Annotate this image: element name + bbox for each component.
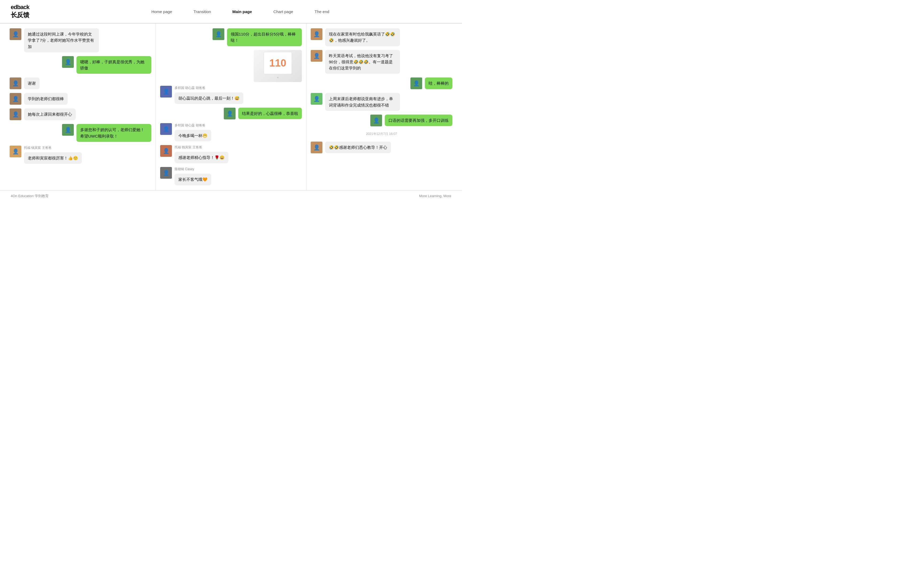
message-bubble: 学到的老师们都很棒 <box>24 93 68 105</box>
message-bubble: 今晚多喝一杯😁 <box>174 130 211 141</box>
avatar: 👤 <box>311 93 322 105</box>
message-group: 多谢您和子妍的认可，老师们爱她！希望UWC顺利录取！ <box>76 124 151 142</box>
message-row: 哇，棒棒的👤 <box>311 77 452 89</box>
nav-links: Home pageTransitionMain pageChart pageTh… <box>29 9 451 14</box>
avatar: 👤 <box>160 167 172 179</box>
message-bubble: 🤣🤣感谢老师们悉心教导！开心 <box>325 142 391 153</box>
avatar: 👤 <box>160 145 172 157</box>
message-row: 👤她每次上课回来都很开心 <box>10 108 151 120</box>
footer: 4On Education 学到教育 More Learning, More <box>0 190 462 201</box>
message-meta: 多邻国 胡心蕊 胡爸爸 <box>174 123 211 128</box>
avatar: 👤 <box>311 28 322 40</box>
score-image: 110 × <box>254 50 302 82</box>
avatar: 👤 <box>62 124 74 136</box>
message-group: 她每次上课回来都很开心 <box>24 108 76 120</box>
message-row: 👤多邻国 胡心蕊 胡爸爸今晚多喝一杯😁 <box>160 123 302 141</box>
message-row: 口语的话需要再加强，多开口训练👤 <box>311 114 452 126</box>
message-row: 👤上周末课后老师都说亚南有进步，单词背诵和作业完成情况也都很不错 <box>311 93 452 111</box>
message-row: 👤谢谢 <box>10 77 151 89</box>
image-bubble: 110 × <box>254 50 302 82</box>
message-row: 👤学到的老师们都很棒 <box>10 93 151 105</box>
message-bubble: 结果是好的，心蕊很棒，恭喜啦 <box>238 108 302 119</box>
message-bubble: 她通过这段时间上课，今年学校的文学拿了7分，老师对她写作水平赞赏有加 <box>24 28 99 52</box>
message-row: 👤陈锴铸 Casey家长不客气哦🧡 <box>160 167 302 185</box>
message-group: 🤣🤣感谢老师们悉心教导！开心 <box>325 142 391 153</box>
message-group: 领国110分，超出目标分5分哦，棒棒哒！ <box>227 28 302 46</box>
avatar: 👤 <box>10 108 21 120</box>
avatar: 👤 <box>62 56 74 68</box>
message-group: 口语的话需要再加强，多开口训练 <box>385 114 452 126</box>
footer-left: 4On Education 学到教育 <box>11 193 48 198</box>
message-meta: 陈锴铸 Casey <box>174 167 211 171</box>
message-group: 多邻国 胡心蕊 胡爸爸胡心蕊玩的是心跳，最后一刻！😅 <box>174 86 243 104</box>
avatar: 👤 <box>410 77 422 89</box>
message-group: 结果是好的，心蕊很棒，恭喜啦 <box>238 108 302 119</box>
nav-link-main-page[interactable]: Main page <box>233 9 252 14</box>
avatar: 👤 <box>224 108 236 119</box>
message-row: 👤昨天英语考试，他说他没有复习考了90分，很得意🤣🤣🤣。有一道题是在你们这里学到… <box>311 50 452 74</box>
message-bubble: 领国110分，超出目标分5分哦，棒棒哒！ <box>227 28 302 46</box>
timestamp: 2021年12月7日 16:07 <box>311 132 452 136</box>
nav-link-home-page[interactable]: Home page <box>151 9 172 14</box>
message-bubble: 谢谢 <box>24 77 40 89</box>
nav-link-chart-page[interactable]: Chart page <box>273 9 293 14</box>
avatar: 👤 <box>311 50 322 62</box>
message-meta: 托福 钱寅宸 王爸爸 <box>174 145 228 150</box>
message-bubble: 多谢您和子妍的认可，老师们爱她！希望UWC顺利录取！ <box>76 124 151 142</box>
message-bubble: 家长不客气哦🧡 <box>174 174 211 185</box>
nav-brand: edback 长反馈 <box>11 4 29 19</box>
chat-column-2: 领国110分，超出目标分5分哦，棒棒哒！👤110 ×👤多邻国 胡心蕊 胡爸爸胡心… <box>156 24 306 190</box>
message-row-image: 110 × <box>160 50 302 82</box>
message-row: 👤托福 钱寅宸 王爸爸感谢老师精心指导！🌹😄 <box>160 145 302 163</box>
nav-link-transition[interactable]: Transition <box>194 9 211 14</box>
avatar: 👤 <box>10 93 21 105</box>
message-group: 昨天英语考试，他说他没有复习考了90分，很得意🤣🤣🤣。有一道题是在你们这里学到的 <box>325 50 400 74</box>
message-bubble: 胡心蕊玩的是心跳，最后一刻！😅 <box>174 92 243 104</box>
avatar: 👤 <box>10 146 21 157</box>
main-content: 👤她通过这段时间上课，今年学校的文学拿了7分，老师对她写作水平赞赏有加嗯嗯，好棒… <box>0 23 462 190</box>
nav-bar: edback 长反馈 Home pageTransitionMain pageC… <box>0 0 462 23</box>
avatar: 👤 <box>311 142 322 153</box>
message-row: 嗯嗯，好棒，子妍真是很优秀，为她骄傲👤 <box>10 56 151 74</box>
message-bubble: 口语的话需要再加强，多开口训练 <box>385 114 452 126</box>
avatar: 👤 <box>160 86 172 97</box>
message-row: 👤🤣🤣感谢老师们悉心教导！开心 <box>311 142 452 153</box>
message-row: 多谢您和子妍的认可，老师们爱她！希望UWC顺利录取！👤 <box>10 124 151 142</box>
message-group: 谢谢 <box>24 77 40 89</box>
message-bubble: 老师和寅宸都很厉害！👍🙂 <box>24 152 82 164</box>
message-row: 结果是好的，心蕊很棒，恭喜啦👤 <box>160 108 302 119</box>
message-group: 她通过这段时间上课，今年学校的文学拿了7分，老师对她写作水平赞赏有加 <box>24 28 99 52</box>
message-group: 多邻国 胡心蕊 胡爸爸今晚多喝一杯😁 <box>174 123 211 141</box>
message-row: 👤她通过这段时间上课，今年学校的文学拿了7分，老师对她写作水平赞赏有加 <box>10 28 151 52</box>
message-row: 👤多邻国 胡心蕊 胡爸爸胡心蕊玩的是心跳，最后一刻！😅 <box>160 86 302 104</box>
message-bubble: 感谢老师精心指导！🌹😄 <box>174 152 228 163</box>
message-bubble: 现在在家里有时也给我飙英语了🤣🤣🤣，他感兴趣就好了。 <box>325 28 400 46</box>
message-group: 陈锴铸 Casey家长不客气哦🧡 <box>174 167 211 185</box>
message-bubble: 哇，棒棒的 <box>425 77 452 89</box>
avatar: 👤 <box>213 28 224 40</box>
message-bubble: 上周末课后老师都说亚南有进步，单词背诵和作业完成情况也都很不错 <box>325 93 400 111</box>
message-group: 托福 钱寅宸 王爸爸感谢老师精心指导！🌹😄 <box>174 145 228 163</box>
chat-column-3: 👤现在在家里有时也给我飙英语了🤣🤣🤣，他感兴趣就好了。👤昨天英语考试，他说他没有… <box>306 24 457 190</box>
message-group: 上周末课后老师都说亚南有进步，单词背诵和作业完成情况也都很不错 <box>325 93 400 111</box>
message-meta: 多邻国 胡心蕊 胡爸爸 <box>174 86 243 90</box>
footer-right: More Learning, More <box>419 194 451 198</box>
avatar: 👤 <box>10 28 21 40</box>
nav-link-the-end[interactable]: The end <box>315 9 330 14</box>
message-meta: 托福 钱寅宸 王爸爸 <box>24 146 82 150</box>
message-row: 👤现在在家里有时也给我飙英语了🤣🤣🤣，他感兴趣就好了。 <box>311 28 452 46</box>
message-group: 哇，棒棒的 <box>425 77 452 89</box>
message-bubble: 昨天英语考试，他说他没有复习考了90分，很得意🤣🤣🤣。有一道题是在你们这里学到的 <box>325 50 400 74</box>
message-group: 现在在家里有时也给我飙英语了🤣🤣🤣，他感兴趣就好了。 <box>325 28 400 46</box>
message-group: 学到的老师们都很棒 <box>24 93 68 105</box>
message-group: 托福 钱寅宸 王爸爸老师和寅宸都很厉害！👍🙂 <box>24 146 82 164</box>
message-row: 👤托福 钱寅宸 王爸爸老师和寅宸都很厉害！👍🙂 <box>10 146 151 164</box>
avatar: 👤 <box>10 77 21 89</box>
message-row: 领国110分，超出目标分5分哦，棒棒哒！👤 <box>160 28 302 46</box>
message-bubble: 她每次上课回来都很开心 <box>24 108 76 120</box>
avatar: 👤 <box>160 123 172 135</box>
message-group: 嗯嗯，好棒，子妍真是很优秀，为她骄傲 <box>76 56 151 74</box>
chat-column-1: 👤她通过这段时间上课，今年学校的文学拿了7分，老师对她写作水平赞赏有加嗯嗯，好棒… <box>5 24 156 190</box>
message-bubble: 嗯嗯，好棒，子妍真是很优秀，为她骄傲 <box>76 56 151 74</box>
avatar: 👤 <box>370 114 382 126</box>
